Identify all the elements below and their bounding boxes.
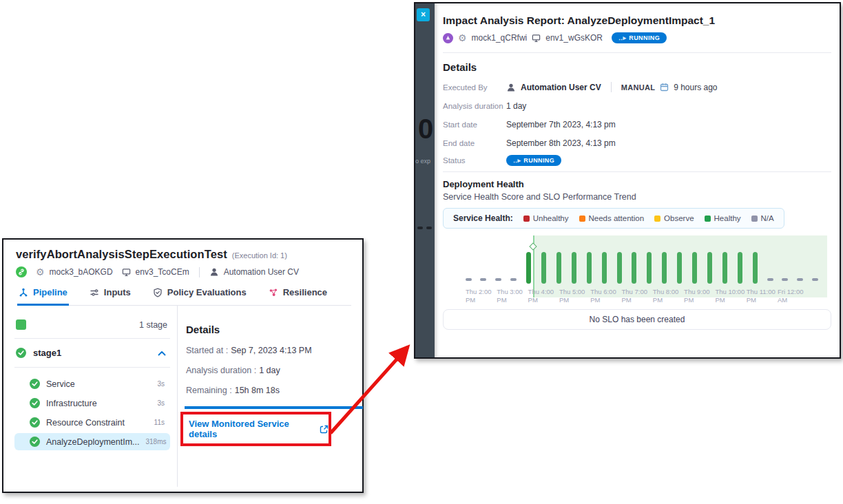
end-date-row: End date September 8th 2023, 4:13 pm: [443, 138, 831, 148]
tab-label: Inputs: [104, 287, 131, 297]
background-page-number: 0: [418, 114, 433, 145]
environment-name: env1_wGsKOR: [545, 33, 603, 43]
end-date-value: September 8th 2023, 4:13 pm: [506, 138, 616, 148]
meta-divider: [199, 267, 200, 277]
legend-item: Observe: [654, 214, 694, 222]
legend-title: Service Health:: [453, 213, 513, 223]
step-row[interactable]: Resource Constraint11s: [14, 414, 170, 431]
executed-by-label: Executed By: [443, 83, 506, 92]
end-date-label: End date: [443, 139, 506, 147]
tab-label: Resilience: [283, 287, 327, 297]
step-success-icon: [30, 398, 40, 408]
close-button[interactable]: ×: [417, 8, 430, 21]
step-name: Resource Constraint: [46, 418, 125, 428]
stage-status-square: [16, 319, 26, 330]
step-success-icon: [30, 417, 40, 428]
execution-id: (Execution Id: 1): [232, 251, 287, 260]
step-success-icon: [30, 437, 40, 447]
user-icon: [209, 267, 219, 277]
detail-value: 1 day: [259, 366, 280, 375]
analysis-duration-row: Analysis duration 1 day: [443, 101, 831, 111]
policy-icon: [153, 288, 163, 297]
health-bar: [572, 252, 576, 284]
status-badge: ‥▸ RUNNING: [506, 155, 561, 166]
health-bar: [541, 252, 546, 284]
gear-icon: ⚙: [458, 33, 467, 43]
status-label: Status: [443, 156, 506, 165]
status-badge: ‥▸ RUNNING: [612, 32, 667, 43]
health-bar: [677, 252, 682, 284]
executed-time: 9 hours ago: [674, 83, 717, 92]
deployment-health-heading: Deployment Health: [443, 179, 831, 189]
detail-value: 15h 8m 18s: [235, 386, 280, 395]
step-progress-bar: [185, 406, 363, 409]
background-page-text: o exp: [415, 158, 430, 165]
start-date-row: Start date September 7th 2023, 4:13 pm: [443, 120, 831, 129]
legend-items: UnhealthyNeeds attentionObserveHealthyN/…: [523, 214, 774, 222]
execution-meta-row: ⚙ mock3_bAOKGD env3_TcoCEm Automation Us…: [16, 266, 351, 277]
na-marker: [767, 278, 773, 281]
detail-label: Remaining :: [186, 386, 232, 395]
value-divider: [611, 82, 612, 92]
na-marker: [797, 278, 803, 281]
executed-by-row: Executed By Automation User CV MANUAL 9 …: [443, 82, 831, 92]
tab-policy-evaluations[interactable]: Policy Evaluations: [152, 287, 248, 306]
legend-label: Healthy: [714, 214, 741, 222]
tab-label: Pipeline: [33, 287, 67, 297]
tab-resilience[interactable]: Resilience: [267, 287, 329, 306]
step-name: AnalyzeDeploymentIm...: [46, 437, 139, 447]
analysis-duration-label: Analysis duration: [443, 102, 506, 110]
na-marker: [510, 278, 517, 281]
status-row: Status ‥▸ RUNNING: [443, 155, 831, 166]
tab-pipeline[interactable]: Pipeline: [17, 287, 69, 306]
no-slo-message: No SLO has been created: [443, 309, 831, 330]
deployment-health-subtitle: Service Health Score and SLO Performance…: [443, 192, 831, 202]
na-marker: [495, 278, 501, 281]
chevron-up-icon[interactable]: [158, 350, 166, 356]
health-bar: [738, 252, 742, 284]
na-marker: [466, 278, 472, 281]
step-success-icon: [30, 379, 40, 389]
detail-label: Started at :: [186, 346, 228, 355]
detail-row: Remaining :15h 8m 18s: [186, 386, 353, 395]
service-name: mock1_qCRfwi: [472, 33, 528, 43]
left-details-rows: Started at :Sep 7, 2023 4:13 PMAnalysis …: [186, 346, 353, 395]
tab-inputs[interactable]: Inputs: [88, 287, 132, 306]
step-name: Service: [46, 379, 75, 389]
view-monitored-service-label: View Monitored Service details: [189, 419, 315, 439]
legend-swatch: [523, 216, 530, 222]
step-duration: 3s: [157, 399, 165, 407]
step-row[interactable]: AnalyzeDeploymentIm...318ms: [14, 433, 170, 450]
impact-report-panel: 0 o exp × Impact Analysis Report: Analyz…: [414, 2, 841, 359]
executed-by-user: Automation User CV: [224, 267, 299, 277]
health-bar: [602, 252, 607, 284]
details-heading: Details: [186, 324, 353, 335]
health-bar: [526, 252, 531, 284]
na-marker: [782, 278, 788, 281]
legend-label: Unhealthy: [533, 214, 569, 222]
step-row[interactable]: Infrastructure3s: [14, 395, 170, 412]
health-bar: [692, 252, 697, 284]
stage-name: stage1: [33, 348, 61, 358]
view-monitored-service-link[interactable]: View Monitored Service details: [189, 419, 329, 439]
service-health-legend: Service Health: UnhealthyNeeds attention…: [443, 208, 784, 229]
environment-icon: [122, 268, 131, 277]
running-status-icon: ‥▸: [513, 158, 521, 164]
health-bar: [617, 252, 622, 284]
external-link-icon: [320, 425, 329, 434]
stages-sidebar: 1 stage stage1 Service3sInfrastructure3s…: [3, 306, 178, 487]
health-bar: [753, 252, 758, 284]
stage-row-stage1[interactable]: stage1: [14, 339, 170, 368]
legend-label: N/A: [761, 214, 774, 222]
step-row[interactable]: Service3s: [14, 375, 170, 392]
user-icon: [506, 83, 516, 92]
execution-panel: verifyAbortAnalysisStepExecutionTest (Ex…: [2, 238, 364, 493]
impact-report-drawer: Impact Analysis Report: AnalyzeDeploymen…: [435, 3, 840, 357]
start-date-label: Start date: [443, 120, 506, 129]
health-bar: [556, 252, 561, 284]
tab-label: Policy Evaluations: [167, 287, 247, 297]
detail-label: Analysis duration :: [186, 366, 256, 375]
legend-item: N/A: [751, 214, 774, 222]
step-duration: 11s: [154, 419, 165, 426]
report-meta-row: ⚙ mock1_qCRfwi env1_wGsKOR ‥▸ RUNNING: [443, 32, 831, 43]
